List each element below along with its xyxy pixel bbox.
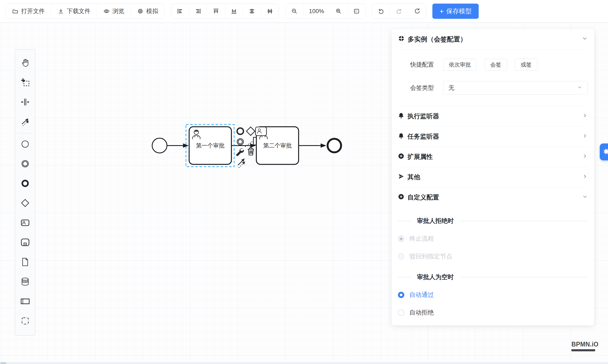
- gateway-icon: [20, 198, 30, 209]
- create-participant[interactable]: [15, 292, 35, 312]
- align-middle-vertical-button[interactable]: [261, 4, 279, 19]
- fit-viewport-button[interactable]: [348, 4, 365, 19]
- align-bottom-button[interactable]: [225, 4, 243, 19]
- context-pad-append-gateway[interactable]: [246, 127, 255, 135]
- quick-option-sequential-button[interactable]: 依次审批: [443, 59, 476, 71]
- sequence-flow-1[interactable]: [167, 143, 189, 148]
- divider: [460, 221, 588, 221]
- align-top-icon: [213, 8, 219, 14]
- multi-instance-icon: [398, 35, 405, 43]
- download-icon: [58, 8, 64, 14]
- radio-auto-pass[interactable]: 自动通过: [398, 291, 588, 299]
- section-other[interactable]: 其他: [398, 167, 588, 187]
- zoom-level[interactable]: 100%: [304, 4, 330, 19]
- hand-tool[interactable]: [15, 53, 35, 73]
- radio-icon: [398, 253, 404, 260]
- custom-config-content: 审批人拒绝时 终止流程 驳回到指定节点 审批人为空时 自动通过: [398, 208, 588, 325]
- section-label: 执行监听器: [408, 112, 439, 121]
- quick-option-orsign-button[interactable]: 或签: [515, 59, 537, 71]
- settings-tab[interactable]: [600, 143, 608, 160]
- align-right-button[interactable]: [189, 4, 207, 19]
- quick-config-row: 快捷配置 依次审批 会签 或签: [398, 59, 588, 71]
- quick-option-countersign-button[interactable]: 会签: [485, 59, 507, 71]
- simulate-label: 模拟: [146, 7, 158, 15]
- context-pad-append-intermediate-event[interactable]: [237, 139, 243, 145]
- intermediate-event-icon: [20, 159, 30, 169]
- sign-type-row: 会签类型 无: [398, 81, 588, 95]
- create-user-task[interactable]: [15, 213, 35, 233]
- folder-open-icon: [12, 8, 18, 14]
- create-data-object[interactable]: [15, 252, 35, 272]
- context-pad-connect-icon[interactable]: [238, 158, 245, 168]
- align-center-horizontal-button[interactable]: [243, 4, 261, 19]
- create-data-store[interactable]: [15, 272, 35, 292]
- horizontal-scrollbar[interactable]: [0, 362, 608, 364]
- sign-type-select[interactable]: 无: [443, 81, 588, 95]
- preview-button[interactable]: 浏览: [97, 4, 131, 19]
- create-gateway[interactable]: [15, 194, 35, 213]
- create-intermediate-event[interactable]: [15, 154, 35, 174]
- align-center-horizontal-icon: [249, 8, 255, 14]
- divider: [398, 221, 411, 221]
- create-group[interactable]: [15, 312, 35, 331]
- section-extended-properties[interactable]: 扩展属性: [398, 147, 588, 167]
- zoom-out-button[interactable]: [286, 4, 304, 19]
- sequence-flow-2[interactable]: [231, 143, 256, 148]
- user-task-icon: [20, 218, 30, 228]
- zoom-in-button[interactable]: [330, 4, 348, 19]
- create-end-event[interactable]: [15, 174, 35, 194]
- section-task-listener[interactable]: 任务监听器: [398, 126, 588, 147]
- create-subprocess[interactable]: [15, 233, 35, 252]
- align-left-button[interactable]: [171, 4, 189, 19]
- lasso-icon: [20, 78, 30, 88]
- subprocess-icon: [20, 237, 30, 248]
- undo-button[interactable]: [372, 4, 390, 19]
- scrollbar-thumb[interactable]: [0, 362, 6, 364]
- reject-group-title: 审批人拒绝时: [398, 217, 588, 225]
- radio-auto-reject[interactable]: 自动拒绝: [398, 308, 588, 317]
- create-start-event[interactable]: [15, 135, 35, 154]
- participant-icon: [20, 296, 30, 307]
- panel-header[interactable]: 多实例（会签配置）: [398, 29, 588, 50]
- properties-panel: 多实例（会签配置） 快捷配置 依次审批 会签 或签 会签类型 无: [392, 29, 594, 325]
- toolbar: 打开文件 下载文件 浏览 模拟: [0, 0, 608, 23]
- lasso-tool[interactable]: [15, 73, 35, 92]
- open-file-button[interactable]: 打开文件: [6, 4, 51, 19]
- start-event-shape[interactable]: [152, 138, 167, 153]
- context-pad-append-user-task[interactable]: [255, 127, 266, 136]
- bpmn-io-watermark[interactable]: BPMN.iO: [571, 340, 600, 351]
- context-pad-delete-icon[interactable]: [248, 148, 254, 155]
- save-model-button[interactable]: + 保存模型: [432, 4, 479, 19]
- divider: [398, 277, 411, 277]
- redo-button[interactable]: [390, 4, 408, 19]
- simulate-button[interactable]: 模拟: [131, 4, 164, 19]
- section-label: 其他: [408, 173, 420, 182]
- data-object-icon: [20, 257, 30, 268]
- sequence-flow-3[interactable]: [299, 143, 326, 148]
- section-execution-listener[interactable]: 执行监听器: [398, 106, 588, 126]
- space-tool[interactable]: [15, 92, 35, 112]
- chip-icon: [137, 8, 144, 14]
- end-event-icon: [20, 179, 30, 189]
- context-pad-append-end-event[interactable]: [237, 128, 243, 134]
- space-tool-icon: [20, 97, 30, 108]
- panel-title: 多实例（会签配置）: [408, 35, 467, 44]
- bpmn-editor: 第一个审批 第二个审批: [0, 0, 608, 364]
- global-connect-tool[interactable]: [15, 112, 35, 132]
- chevron-right-icon: [582, 133, 588, 140]
- download-file-button[interactable]: 下载文件: [51, 4, 97, 19]
- refresh-button[interactable]: [408, 4, 426, 19]
- bell-icon: [398, 133, 404, 141]
- context-pad-wrench-icon[interactable]: [236, 148, 244, 156]
- align-bottom-icon: [231, 8, 237, 14]
- align-top-button[interactable]: [207, 4, 225, 19]
- file-actions-group: 打开文件 下载文件 浏览 模拟: [5, 4, 165, 19]
- section-custom-config[interactable]: 自定义配置: [398, 187, 588, 208]
- plus-circle-icon: [398, 153, 404, 161]
- zoom-group: 100%: [285, 4, 366, 19]
- user-task-first[interactable]: 第一个审批: [189, 127, 231, 164]
- end-event-shape[interactable]: [328, 139, 341, 152]
- task-label: 第二个审批: [263, 143, 292, 149]
- plus-icon: +: [440, 8, 444, 15]
- task-label: 第一个审批: [196, 143, 225, 149]
